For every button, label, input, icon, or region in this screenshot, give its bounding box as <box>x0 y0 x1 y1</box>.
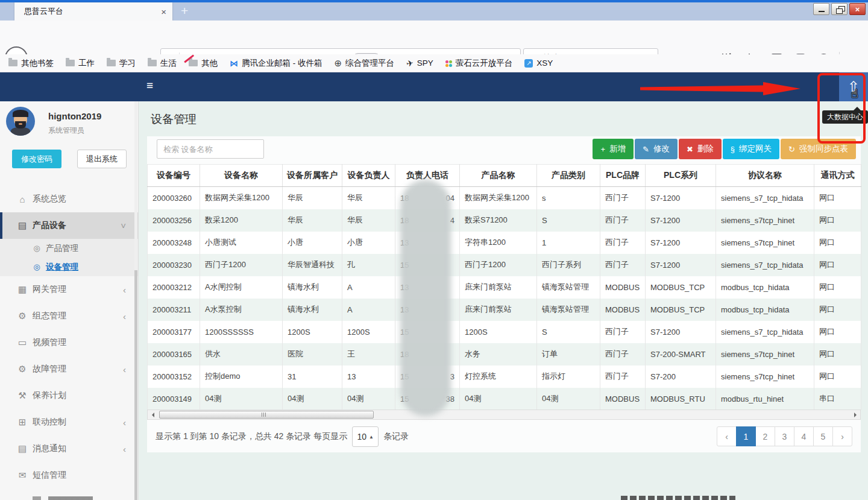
cell-device-id: 200003177 <box>148 321 200 343</box>
page-button-3[interactable]: 3 <box>775 426 794 446</box>
column-header[interactable]: 产品类别 <box>537 165 600 187</box>
bind-gateway-button[interactable]: §绑定网关 <box>723 139 779 159</box>
sidebar-item-product-device[interactable]: ▤ 产品设备 ˅ <box>0 212 138 239</box>
column-header[interactable]: 通讯方式 <box>814 165 861 187</box>
avatar[interactable] <box>6 107 35 136</box>
button-label: 删除 <box>697 144 714 154</box>
cell-comm-type: 网口 <box>814 343 861 366</box>
column-header[interactable]: PLC品牌 <box>600 165 646 187</box>
bookmark-item[interactable]: ✈SPY <box>406 59 433 68</box>
close-window-button[interactable]: × <box>849 3 866 15</box>
column-header[interactable]: 设备名称 <box>200 165 283 187</box>
cell-device-name: 小唐测试 <box>200 232 283 254</box>
sidebar-toggle-icon[interactable]: ≡ <box>146 79 153 92</box>
table-row[interactable]: 200003211 A水泵控制 镇海水利 A 13 庶来门前泵站 镇海泵站管理 … <box>148 299 861 321</box>
scrollbar-thumb[interactable] <box>159 411 374 419</box>
force-sync-button[interactable]: ↻强制同步点表 <box>781 139 856 159</box>
cell-plc-brand: MODBUS <box>600 299 646 321</box>
cell-owner: 王 <box>342 343 395 366</box>
avatar-shirt <box>11 127 30 136</box>
page-prev-button[interactable]: ‹ <box>717 426 737 446</box>
sidebar-item-product-management[interactable]: ◎ 产品管理 <box>0 239 138 258</box>
change-password-button[interactable]: 修改密码 <box>12 150 61 168</box>
bookmark-item[interactable]: ↗XSY <box>524 59 553 68</box>
bookmark-folder[interactable]: 生活 <box>148 58 177 69</box>
page-button-2[interactable]: 2 <box>755 426 775 446</box>
edit-button[interactable]: ✎修改 <box>635 139 678 159</box>
sidebar-item-gateway-management[interactable]: ▦ 网关管理 ‹ <box>0 276 138 303</box>
cell-plc-brand: 西门子 <box>600 254 646 276</box>
sidebar-item-video-management[interactable]: ▭ 视频管理 <box>0 329 138 356</box>
sidebar-item-label: 消息通知 <box>33 443 66 454</box>
sidebar-item-linkage-control[interactable]: ⊞ 联动控制 ‹ <box>0 409 138 435</box>
user-role: 系统管理员 <box>48 125 84 136</box>
page-next-button[interactable]: › <box>832 426 852 446</box>
table-row[interactable]: 200003149 04测 04测 04测 1538 04测 04测 MODBU… <box>148 388 861 410</box>
table-row[interactable]: 200003212 A水闸控制 镇海水利 A 13 庶来门前泵站 镇海泵站管理 … <box>148 276 861 299</box>
table-row[interactable]: 200003256 数采1200 华辰 华辰 184 数采S71200 S 西门… <box>148 209 861 232</box>
column-header[interactable]: 设备所属客户 <box>283 165 342 187</box>
sidebar-item-config-management[interactable]: ⚙ 组态管理 ‹ <box>0 303 138 329</box>
chevron-left-icon: ‹ <box>123 444 126 454</box>
bookmark-item[interactable]: 萤石云开放平台 <box>445 58 513 69</box>
cell-plc-series: MODBUS_RTU <box>646 388 716 410</box>
cell-product: 庶来门前泵站 <box>460 276 537 299</box>
sidebar-item-sms-management[interactable]: ✉ 短信管理 <box>0 462 138 489</box>
cell-owner: 13 <box>342 366 395 388</box>
table-row[interactable]: 200003177 1200SSSSSS 1200S 1200S 15 1200… <box>148 321 861 343</box>
browser-tab[interactable]: 思普云平台 × <box>14 2 172 21</box>
bookmark-item[interactable]: ⊕综合管理平台 <box>335 58 395 69</box>
cell-protocol: siemens_s7_tcp_hidata <box>716 321 814 343</box>
column-header[interactable]: 设备编号 <box>148 165 200 187</box>
bookmark-folder[interactable]: 工作 <box>66 58 95 69</box>
cell-comm-type: 网口 <box>814 321 861 343</box>
horizontal-scrollbar[interactable] <box>147 410 861 420</box>
cell-comm-type: 网口 <box>814 187 861 209</box>
bookmark-folder[interactable]: 其他书签 <box>8 58 54 69</box>
avatar-mouth <box>19 123 22 125</box>
cell-device-name: 04测 <box>200 388 283 410</box>
sidebar-item-label: 联动控制 <box>33 417 66 428</box>
page-button-1[interactable]: 1 <box>736 426 756 446</box>
page-size-select[interactable]: 10▲ <box>352 426 379 447</box>
column-header[interactable]: 产品名称 <box>460 165 537 187</box>
column-header[interactable]: 协议名称 <box>716 165 814 187</box>
page-button-4[interactable]: 4 <box>794 426 814 446</box>
device-search-input[interactable] <box>157 139 264 159</box>
column-header[interactable]: PLC系列 <box>646 165 716 187</box>
restore-button[interactable] <box>831 3 848 15</box>
bookmark-item[interactable]: ⋈腾讯企业邮箱 - 收件箱 <box>230 58 322 69</box>
tab-close-icon[interactable]: × <box>161 7 166 16</box>
scroll-right-arrow[interactable] <box>851 410 860 419</box>
cell-plc-series: S7-200 <box>646 366 716 388</box>
sidebar-item-device-management[interactable]: ◎ 设备管理 <box>0 258 138 276</box>
cell-category: 镇海泵站管理 <box>537 299 600 321</box>
minimize-button[interactable] <box>813 3 829 15</box>
column-header[interactable]: 设备负责人 <box>342 165 395 187</box>
button-label: 绑定网关 <box>739 144 772 154</box>
sidebar-item-system-overview[interactable]: ⌂ 系统总览 <box>0 186 138 212</box>
sidebar-item-maintenance-plan[interactable]: ⚒ 保养计划 <box>0 382 138 409</box>
sidebar-item-fault-management[interactable]: ⚙ 故障管理 ‹ <box>0 356 138 382</box>
table-row[interactable]: 200003248 小唐测试 小唐 小唐 13 字符串1200 1 西门子 S7… <box>148 232 861 254</box>
table-row[interactable]: 200003260 数据网关采集1200 华辰 华辰 1804 数据网关采集12… <box>148 187 861 209</box>
scroll-left-arrow[interactable] <box>148 410 157 419</box>
bookmark-folder[interactable]: 其他 <box>189 58 218 69</box>
sidebar-item-message-notice[interactable]: ▤ 消息通知 ‹ <box>0 435 138 462</box>
bookmark-folder[interactable]: 学习 <box>107 58 136 69</box>
bookmark-label: 萤石云开放平台 <box>456 58 513 69</box>
cell-device-id: 200003256 <box>148 209 200 232</box>
page-button-5[interactable]: 5 <box>813 426 833 446</box>
table-row[interactable]: 200003152 控制demo 31 13 153 灯控系统 指示灯 西门子 … <box>148 366 861 388</box>
sidebar-scrollbar-thumb[interactable] <box>134 270 137 500</box>
table-row[interactable]: 200003230 西门子1200 华辰智通科技 孔 15 西门子1200 西门… <box>148 254 861 276</box>
add-button[interactable]: +新增 <box>593 139 634 159</box>
table-row[interactable]: 200003165 供水 医院 王 18 水务 订单 西门子 S7-200-SM… <box>148 343 861 366</box>
cell-category: 04测 <box>537 388 600 410</box>
new-tab-button[interactable]: + <box>181 2 188 19</box>
cell-plc-series: MODBUS_TCP <box>646 299 716 321</box>
device-table: 设备编号设备名称设备所属客户设备负责人负责人电话产品名称产品类别PLC品牌PLC… <box>147 164 861 410</box>
logout-button[interactable]: 退出系统 <box>77 150 127 168</box>
delete-button[interactable]: ✖删除 <box>679 139 722 159</box>
sidebar-scrollbar[interactable] <box>134 101 137 500</box>
